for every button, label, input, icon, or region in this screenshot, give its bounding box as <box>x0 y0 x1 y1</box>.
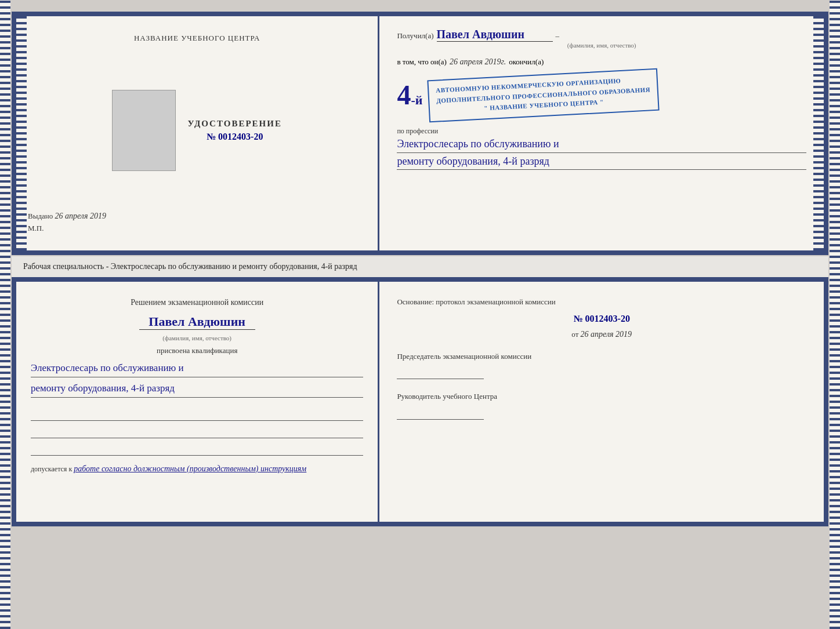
dopuskaetsya-value: работе согласно должностным (производств… <box>74 464 306 473</box>
protocol-number: № 0012403-20 <box>397 314 806 324</box>
ot-label: от <box>571 330 578 339</box>
profession-label: по профессии <box>397 127 806 136</box>
received-label: Получил(а) <box>397 31 433 41</box>
profession-text1: Электрослесарь по обслуживанию и <box>397 136 806 153</box>
predsedatel-sig-line <box>397 365 484 379</box>
mp-label: М.П. <box>28 224 366 233</box>
cert-title: УДОСТОВЕРЕНИЕ <box>187 119 282 129</box>
rukovoditel-sig-line <box>397 405 484 420</box>
rukovoditel-text: Руководитель учебного Центра <box>397 391 806 402</box>
issued-date: 26 апреля 2019 <box>55 212 106 220</box>
profession-text2: ремонту оборудования, 4-й разряд <box>397 153 806 170</box>
okonchil-label: окончил(а) <box>509 57 544 67</box>
sig-line-1 <box>31 406 363 421</box>
osnovaniye-text: Основание: протокол экзаменационной коми… <box>397 296 806 308</box>
prisvoyena-label: присвоена квалификация <box>31 346 363 355</box>
grade-number: 4 <box>397 79 411 110</box>
photo-placeholder <box>112 90 176 171</box>
training-center-title: НАЗВАНИЕ УЧЕБНОГО ЦЕНТРА <box>134 34 260 43</box>
middle-text: Рабочая специальность - Электрослесарь п… <box>12 256 828 277</box>
issued-label: Выдано <box>28 212 53 220</box>
grade-suffix: -й <box>411 93 422 107</box>
dash: – <box>556 31 560 41</box>
org-stamp: АВТОНОМНУЮ НЕКОММЕРЧЕСКУЮ ОРГАНИЗАЦИЮ ДО… <box>428 68 660 122</box>
sig-line-3 <box>31 441 363 456</box>
cert-number: № 0012403-20 <box>187 132 282 142</box>
person-name-bottom: Павел Авдюшин <box>139 314 255 330</box>
person-name-top: Павел Авдюшин <box>437 28 553 42</box>
predsedatel-text: Председатель экзаменационной комиссии <box>397 351 806 362</box>
vtom-label: в том, что он(а) <box>397 57 447 67</box>
komissia-title: Решением экзаменационной комиссии <box>31 296 363 308</box>
sig-line-2 <box>31 424 363 438</box>
qualification-text2: ремонту оборудования, 4-й разряд <box>31 380 363 398</box>
fio-hint-top: (фамилия, имя, отчество) <box>397 42 806 49</box>
vtom-date: 26 апреля 2019г. <box>450 57 506 67</box>
qualification-text1: Электрослесарь по обслуживанию и <box>31 360 363 377</box>
dopuskaetsya-label: допускается к <box>31 465 72 473</box>
ot-date: 26 апреля 2019 <box>581 330 632 339</box>
fio-hint-bottom: (фамилия, имя, отчество) <box>31 335 363 341</box>
